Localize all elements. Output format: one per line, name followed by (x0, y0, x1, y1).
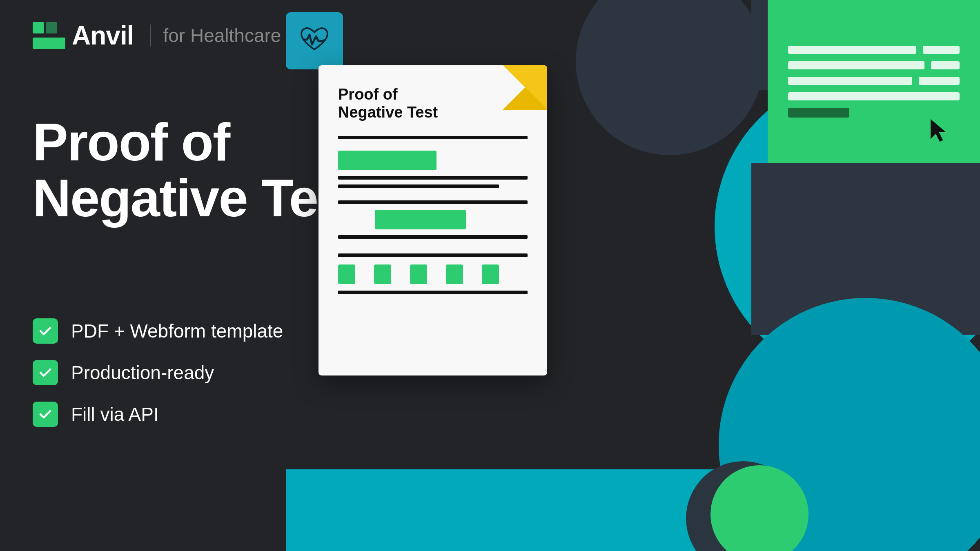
doc-checkboxes (338, 264, 528, 284)
doc-line-3 (338, 200, 528, 204)
feature-item-pdf: PDF + Webform template (33, 318, 283, 344)
heart-monitor-icon (298, 27, 331, 55)
doc-separator (338, 136, 528, 139)
check-icon-pdf (38, 324, 53, 338)
health-icon-box (286, 12, 343, 69)
menu-line-4 (788, 92, 960, 100)
check-badge-production (33, 360, 58, 385)
check-icon-production (38, 365, 53, 380)
doc-line-1 (338, 176, 528, 180)
menu-line-1 (788, 46, 960, 54)
menu-line-3 (788, 77, 960, 85)
menu-line-5 (788, 108, 960, 118)
doc-block-3 (338, 253, 528, 294)
doc-block-1 (338, 151, 528, 188)
svg-rect-0 (33, 22, 44, 33)
feature-text-api: Fill via API (71, 403, 159, 425)
svg-rect-1 (33, 38, 65, 49)
doc-line-2 (338, 184, 499, 188)
feature-item-production: Production-ready (33, 360, 283, 385)
document-card: Proof of Negative Test (318, 65, 547, 375)
doc-line-6 (338, 291, 528, 294)
bg-dark-circle-top (576, 0, 764, 155)
document-title: Proof of Negative Test (338, 86, 495, 121)
brand-tagline: for Healthcare (150, 24, 281, 47)
feature-text-pdf: PDF + Webform template (71, 320, 283, 342)
main-container: Anvil for Healthcare Proof of Negative T… (0, 0, 980, 551)
headline-line2: Negative Test (33, 168, 363, 228)
cursor-icon (928, 118, 948, 144)
svg-rect-2 (46, 22, 57, 33)
doc-green-bar-1 (338, 151, 437, 170)
check-badge-pdf (33, 318, 58, 344)
brand-name: Anvil (72, 20, 134, 51)
main-headline: Proof of Negative Test (33, 114, 363, 226)
doc-block-2 (338, 200, 528, 239)
anvil-icon (33, 22, 65, 49)
anvil-logo: Anvil (33, 20, 134, 51)
menu-line-2 (788, 61, 960, 69)
doc-line-5 (338, 253, 528, 257)
check-badge-api (33, 402, 58, 427)
feature-list: PDF + Webform template Production-ready … (33, 318, 283, 427)
doc-line-4 (338, 235, 528, 239)
doc-green-bar-2 (375, 210, 466, 229)
feature-item-api: Fill via API (33, 402, 283, 427)
check-icon-api (38, 407, 53, 422)
headline-line1: Proof of (33, 112, 229, 172)
feature-text-production: Production-ready (71, 362, 214, 384)
header: Anvil for Healthcare (33, 20, 281, 51)
top-right-panel (768, 0, 980, 163)
